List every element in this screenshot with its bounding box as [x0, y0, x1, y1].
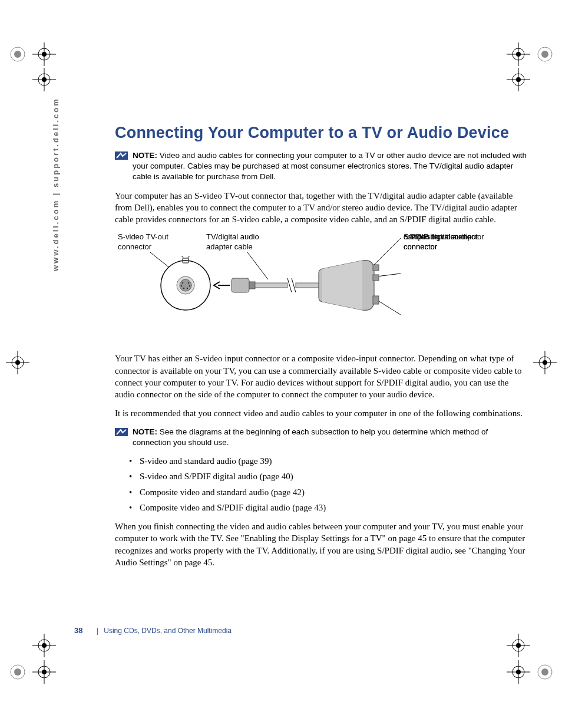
svg-line-50: [247, 252, 268, 279]
note-icon: [115, 151, 128, 160]
regmark-icon: [32, 634, 56, 657]
svg-point-41: [516, 643, 521, 648]
svg-point-13: [516, 52, 521, 57]
svg-rect-75: [115, 428, 128, 436]
regmark-icon: [32, 42, 56, 66]
svg-line-51: [374, 238, 401, 265]
svg-point-37: [42, 670, 47, 674]
page-footer: 38 | Using CDs, DVDs, and Other Multimed…: [74, 626, 232, 635]
svg-line-56: [181, 256, 184, 258]
svg-point-27: [543, 360, 547, 365]
svg-point-33: [42, 643, 47, 648]
svg-point-19: [516, 77, 521, 82]
regmark-icon: [6, 42, 29, 66]
svg-rect-48: [115, 151, 128, 160]
page-heading: Connecting Your Computer to a TV or Audi…: [115, 124, 527, 142]
page-content: Connecting Your Computer to a TV or Audi…: [115, 124, 527, 575]
svg-rect-73: [373, 275, 379, 281]
svg-rect-66: [232, 278, 249, 292]
svg-point-5: [42, 52, 47, 57]
regmark-icon: [6, 351, 29, 374]
svg-point-65: [187, 288, 189, 289]
body-paragraph: Your TV has either an S-video input conn…: [115, 353, 527, 400]
svg-line-57: [187, 256, 190, 258]
regmark-icon: [6, 660, 29, 684]
note-icon: [115, 428, 128, 436]
note-block: NOTE: See the diagrams at the beginning …: [115, 427, 527, 448]
body-paragraph: When you finish connecting the video and…: [115, 521, 527, 568]
svg-rect-71: [296, 283, 322, 288]
svg-point-62: [181, 285, 183, 287]
svg-line-53: [377, 300, 401, 315]
svg-point-61: [188, 282, 190, 284]
svg-line-52: [377, 274, 401, 276]
svg-rect-67: [249, 282, 255, 289]
regmark-icon: [533, 42, 557, 66]
note-block: NOTE: Video and audio cables for connect…: [115, 150, 527, 183]
svg-point-23: [15, 360, 20, 365]
body-paragraph: It is recommended that you connect video…: [115, 407, 527, 419]
page-number: 38: [74, 626, 82, 635]
regmark-icon: [533, 351, 557, 374]
note-text: NOTE: See the diagrams at the beginning …: [133, 427, 527, 448]
svg-point-64: [183, 288, 185, 289]
adapter-diagram: S-video TV-out connector TV/digital audi…: [115, 232, 527, 344]
list-item: S-video and standard audio (page 39): [129, 455, 527, 467]
regmark-icon: [507, 68, 530, 91]
regmark-icon: [507, 660, 530, 684]
svg-point-9: [42, 77, 47, 82]
svg-point-29: [14, 668, 21, 676]
list-item: Composite video and standard audio (page…: [129, 486, 527, 498]
sidebar-url: www.dell.com | support.dell.com: [51, 97, 60, 271]
regmark-icon: [32, 660, 56, 684]
svg-line-69: [287, 278, 292, 292]
svg-point-1: [14, 51, 21, 58]
svg-rect-68: [255, 283, 287, 288]
bullet-list: S-video and standard audio (page 39) S-v…: [129, 455, 527, 513]
list-item: S-video and S/PDIF digital audio (page 4…: [129, 470, 527, 482]
list-item: Composite video and S/PDIF digital audio…: [129, 502, 527, 513]
svg-point-45: [516, 670, 521, 674]
svg-point-47: [541, 668, 548, 676]
svg-rect-74: [373, 296, 379, 304]
regmark-icon: [32, 68, 56, 91]
svg-line-70: [292, 278, 296, 292]
svg-point-60: [182, 282, 184, 284]
regmark-icon: [533, 660, 557, 684]
body-paragraph: Your computer has an S-video TV-out conn…: [115, 190, 527, 226]
note-text: NOTE: Video and audio cables for connect…: [133, 150, 527, 183]
regmark-icon: [507, 634, 530, 657]
section-title: Using CDs, DVDs, and Other Multimedia: [104, 627, 232, 635]
svg-point-15: [541, 51, 548, 58]
svg-rect-72: [373, 265, 379, 271]
svg-point-63: [189, 285, 191, 287]
regmark-icon: [507, 42, 530, 66]
